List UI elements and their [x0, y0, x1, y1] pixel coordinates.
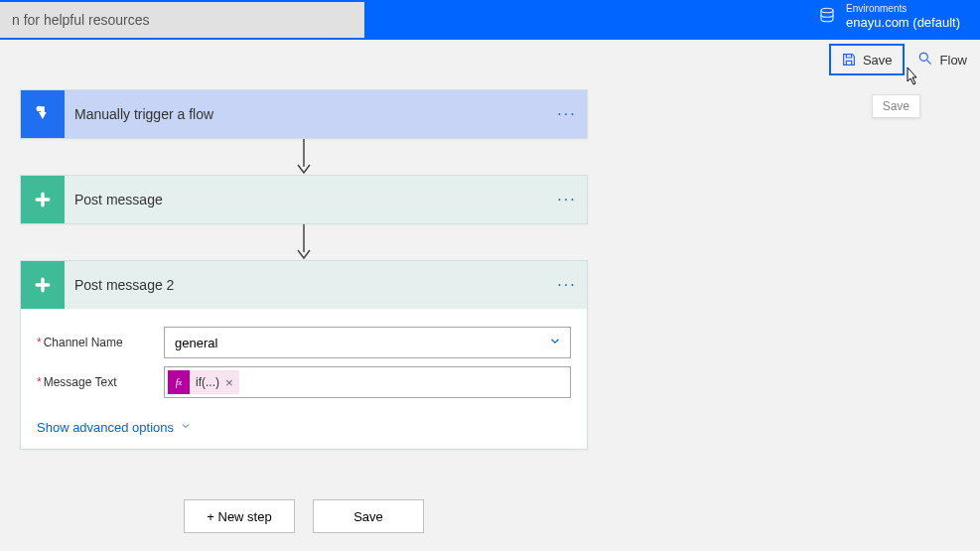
- top-bar: Environments enayu.com (default): [0, 0, 980, 40]
- save-tooltip: Save: [872, 94, 920, 118]
- svg-rect-5: [36, 198, 51, 201]
- svg-rect-8: [36, 283, 51, 286]
- expression-token-text: if(...): [190, 375, 225, 389]
- slack-icon: [21, 176, 65, 223]
- action-card-post-message[interactable]: Post message ···: [20, 175, 588, 224]
- show-advanced-options[interactable]: Show advanced options: [37, 420, 192, 435]
- environment-icon: [818, 6, 836, 27]
- expression-token[interactable]: fx if(...) ×: [168, 370, 239, 394]
- action-menu-button[interactable]: ···: [547, 276, 587, 294]
- connector-arrow: [20, 224, 588, 260]
- command-bar: Save Flow: [829, 44, 977, 75]
- flow-checker-icon: [918, 52, 934, 68]
- fx-icon: fx: [168, 370, 190, 394]
- flow-checker-button[interactable]: Flow: [909, 46, 977, 73]
- search-input[interactable]: [0, 2, 364, 38]
- channel-name-label: *Channel Name: [37, 336, 164, 349]
- environment-value: enayu.com (default): [846, 15, 960, 31]
- action-title: Post message: [65, 192, 547, 207]
- message-text-label: *Message Text: [37, 375, 164, 389]
- trigger-card[interactable]: Manually trigger a flow ···: [20, 89, 588, 139]
- svg-point-2: [37, 106, 43, 112]
- action-card-post-message-2[interactable]: Post message 2 ··· *Channel Name general…: [20, 260, 588, 450]
- chevron-down-icon: [548, 335, 562, 351]
- channel-name-value: general: [175, 336, 217, 350]
- message-text-input[interactable]: fx if(...) ×: [164, 366, 571, 398]
- flow-canvas: Manually trigger a flow ··· Post message…: [20, 89, 596, 533]
- slack-icon: [21, 261, 65, 309]
- channel-name-dropdown[interactable]: general: [164, 327, 571, 358]
- save-icon: [841, 52, 857, 68]
- new-step-button[interactable]: + New step: [184, 499, 295, 533]
- save-button-label: Save: [863, 53, 893, 68]
- footer-buttons: + New step Save: [20, 499, 588, 533]
- svg-point-1: [919, 53, 927, 61]
- trigger-menu-button[interactable]: ···: [547, 105, 587, 123]
- environment-label: Environments: [846, 3, 960, 15]
- token-remove-button[interactable]: ×: [225, 375, 239, 390]
- save-button[interactable]: Save: [829, 44, 905, 75]
- chevron-down-icon: [180, 420, 192, 435]
- action-menu-button[interactable]: ···: [547, 191, 587, 208]
- action-title: Post message 2: [65, 277, 547, 293]
- save-flow-button[interactable]: Save: [313, 499, 424, 533]
- flow-checker-label: Flow: [940, 53, 967, 68]
- connector-arrow: [20, 139, 588, 175]
- environment-picker[interactable]: Environments enayu.com (default): [818, 3, 960, 31]
- trigger-icon: [21, 90, 65, 138]
- trigger-title: Manually trigger a flow: [65, 106, 547, 122]
- svg-point-0: [821, 9, 833, 14]
